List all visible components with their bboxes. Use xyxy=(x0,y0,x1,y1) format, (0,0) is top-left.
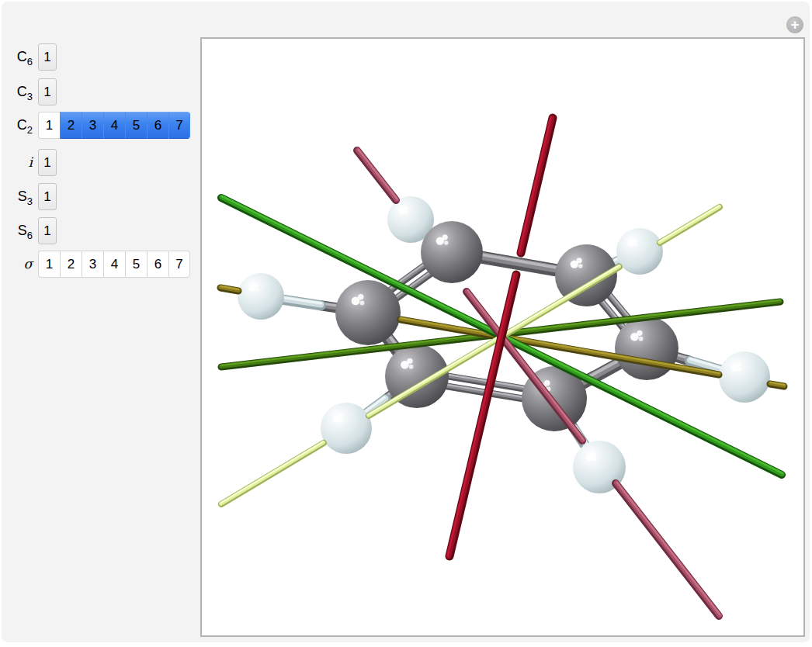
setter-button-sigma-2[interactable]: 2 xyxy=(60,251,82,278)
setter-bar-s3: 1 xyxy=(38,183,57,210)
benzene-3d-graphic[interactable] xyxy=(202,39,803,635)
setter-bar-c2: 1234567 xyxy=(38,112,190,139)
hydrogen-atom-h6 xyxy=(238,273,284,320)
setter-button-sigma-7[interactable]: 7 xyxy=(168,251,190,278)
hydrogen-atom-h3 xyxy=(719,351,770,403)
setter-button-i-1[interactable]: 1 xyxy=(38,149,57,176)
control-label-sigma: σ xyxy=(2,251,38,278)
control-row-c6: C61 xyxy=(2,43,57,71)
setter-button-c2-7[interactable]: 7 xyxy=(168,112,190,139)
setter-bar-c6: 1 xyxy=(38,43,57,71)
control-row-sigma: σ1234567 xyxy=(2,251,190,278)
manipulate-options-button[interactable]: + xyxy=(786,16,803,33)
control-row-i: i1 xyxy=(2,149,57,176)
control-label-c6: C6 xyxy=(2,43,38,71)
setter-button-sigma-1[interactable]: 1 xyxy=(38,251,60,278)
control-label-s6: S6 xyxy=(2,217,38,245)
carbon-atom-c6 xyxy=(335,280,401,345)
control-row-s6: S61 xyxy=(2,217,57,244)
axis-pale-yellow xyxy=(220,441,324,504)
setter-button-c6-1[interactable]: 1 xyxy=(38,43,57,71)
setter-button-c2-3[interactable]: 3 xyxy=(82,112,103,139)
control-row-s3: S31 xyxy=(2,183,57,210)
axis-rose xyxy=(357,150,397,200)
carbon-atom-c3 xyxy=(615,317,678,380)
axis-rose xyxy=(616,483,720,616)
setter-bar-c3: 1 xyxy=(38,78,57,106)
setter-button-c2-1[interactable]: 1 xyxy=(38,112,60,139)
hydrogen-atom-h5 xyxy=(321,403,372,454)
setter-button-c2-6[interactable]: 6 xyxy=(147,112,168,139)
setter-bar-s6: 1 xyxy=(38,217,57,244)
axis-olive xyxy=(770,382,784,386)
setter-bar-i: 1 xyxy=(38,149,57,176)
setter-button-sigma-5[interactable]: 5 xyxy=(125,251,147,278)
axis-olive xyxy=(220,286,238,291)
axis-pale-yellow xyxy=(659,206,720,243)
setter-button-sigma-6[interactable]: 6 xyxy=(147,251,168,278)
hydrogen-atom-h2 xyxy=(616,228,663,275)
setter-button-c3-1[interactable]: 1 xyxy=(38,78,57,106)
setter-bar-sigma: 1234567 xyxy=(38,251,190,278)
carbon-atom-c1 xyxy=(421,221,483,283)
setter-button-s3-1[interactable]: 1 xyxy=(38,183,57,210)
control-row-c2: C21234567 xyxy=(2,112,190,139)
manipulate-frame: C61C31C21234567i1S31S61σ1234567 + xyxy=(2,2,810,642)
setter-button-c2-2[interactable]: 2 xyxy=(60,112,82,139)
setter-button-s6-1[interactable]: 1 xyxy=(38,217,57,244)
manipulate-window: C61C31C21234567i1S31S61σ1234567 + xyxy=(0,0,812,647)
setter-button-c2-4[interactable]: 4 xyxy=(103,112,125,139)
setter-button-sigma-3[interactable]: 3 xyxy=(82,251,103,278)
symmetry-controls: C61C31C21234567i1S31S61σ1234567 xyxy=(2,2,200,642)
plus-icon: + xyxy=(790,17,799,32)
axis-dark-red xyxy=(519,117,553,253)
control-row-c3: C31 xyxy=(2,78,57,106)
graphics-panel[interactable] xyxy=(200,37,805,637)
control-label-s3: S3 xyxy=(2,183,38,211)
setter-button-c2-5[interactable]: 5 xyxy=(125,112,147,139)
setter-button-sigma-4[interactable]: 4 xyxy=(103,251,125,278)
control-label-i: i xyxy=(2,149,38,176)
control-label-c3: C3 xyxy=(2,78,38,106)
control-label-c2: C2 xyxy=(2,112,38,140)
